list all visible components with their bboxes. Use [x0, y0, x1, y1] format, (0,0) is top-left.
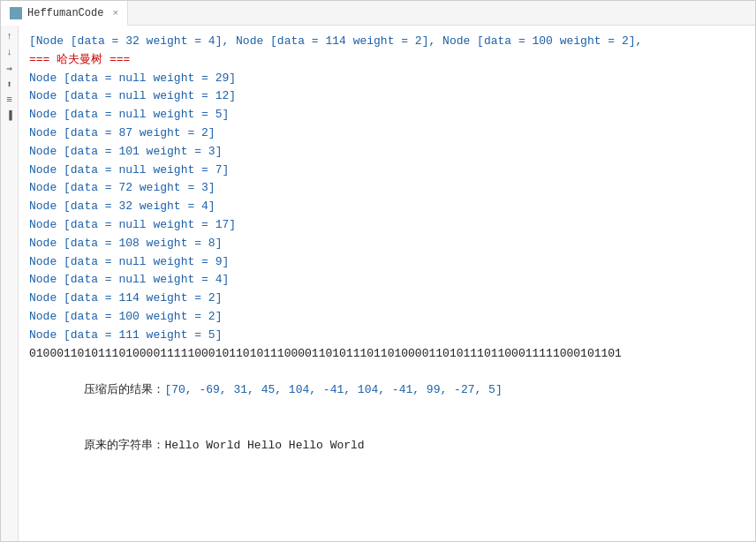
compressed-label: 压缩后的结果：: [84, 383, 164, 396]
content-area[interactable]: [Node [data = 32 weight = 4], Node [data…: [19, 26, 755, 541]
main-area: ↑ ↓ ⇒ ⬆ ≡ ▐ [Node [data = 32 weight = 4]…: [1, 26, 755, 541]
node-line-12: Node [data = 114 weight = 2]: [29, 290, 745, 308]
original-label: 原来的字符串：: [84, 439, 164, 452]
node-line-8: Node [data = null weight = 17]: [29, 216, 745, 235]
sidebar-btn-up[interactable]: ↑: [3, 29, 17, 43]
sidebar-btn-menu[interactable]: ≡: [3, 93, 17, 107]
original-value: Hello World Hello Hello World: [164, 439, 364, 452]
node-line-0: Node [data = null weight = 29]: [29, 70, 745, 88]
node-line-2: Node [data = null weight = 5]: [29, 106, 745, 124]
sidebar: ↑ ↓ ⇒ ⬆ ≡ ▐: [1, 26, 19, 541]
sidebar-btn-down[interactable]: ↓: [3, 45, 17, 59]
sidebar-btn-up2[interactable]: ⬆: [3, 77, 17, 91]
node-line-11: Node [data = null weight = 4]: [29, 271, 745, 290]
node-line-1: Node [data = null weight = 12]: [29, 87, 745, 106]
node-line-5: Node [data = null weight = 7]: [29, 162, 745, 180]
node-line-10: Node [data = null weight = 9]: [29, 253, 745, 272]
node-line-7: Node [data = 32 weight = 4]: [29, 198, 745, 216]
compressed-values: [70, -69, 31, 45, 104, -41, 104, -41, 99…: [164, 383, 502, 396]
title-bar: HeffumanCode ×: [1, 1, 755, 26]
node-line-3: Node [data = 87 weight = 2]: [29, 124, 745, 143]
sidebar-btn-block[interactable]: ▐: [3, 109, 17, 123]
tab-close-button[interactable]: ×: [112, 8, 118, 19]
node-line-4: Node [data = 101 weight = 3]: [29, 143, 745, 162]
compressed-result-line: 压缩后的结果：[70, -69, 31, 45, 104, -41, 104, …: [29, 363, 745, 418]
original-line: 原来的字符串：Hello World Hello Hello World: [29, 418, 745, 473]
node-line-9: Node [data = 108 weight = 8]: [29, 235, 745, 253]
node-line-14: Node [data = 111 weight = 5]: [29, 327, 745, 345]
main-tab[interactable]: HeffumanCode ×: [1, 1, 128, 26]
tab-icon: [10, 7, 22, 19]
section-header: === 哈夫曼树 ===: [29, 51, 745, 70]
node-line-6: Node [data = 72 weight = 3]: [29, 179, 745, 198]
binary-line: 0100011010111010000111110001011010111000…: [29, 345, 745, 364]
main-window: HeffumanCode × ↑ ↓ ⇒ ⬆ ≡ ▐ [Node [data =…: [0, 0, 756, 542]
header-line: [Node [data = 32 weight = 4], Node [data…: [29, 33, 745, 51]
node-line-13: Node [data = 100 weight = 2]: [29, 308, 745, 327]
sidebar-btn-arrow[interactable]: ⇒: [3, 61, 17, 75]
tab-label: HeffumanCode: [27, 7, 103, 19]
